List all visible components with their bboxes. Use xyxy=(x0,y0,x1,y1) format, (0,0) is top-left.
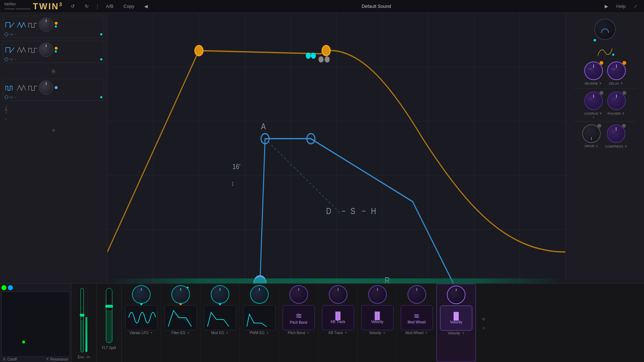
velocity-knob[interactable] xyxy=(368,285,387,304)
add-oscillator-button[interactable]: + xyxy=(3,126,104,135)
collapse-button[interactable]: « xyxy=(479,324,489,331)
adsr-label-sep2: − xyxy=(362,206,366,216)
env-sustain-dot-2[interactable] xyxy=(311,53,316,59)
env-sustain-dot-4[interactable] xyxy=(325,56,330,63)
env-point-2[interactable] xyxy=(322,46,330,56)
filter-eg-knob[interactable] xyxy=(171,285,190,304)
prev-preset-button[interactable]: ◀ xyxy=(142,3,150,10)
xy-cursor[interactable] xyxy=(22,341,25,343)
routing-wave-dot xyxy=(612,54,614,56)
xy-dot-y[interactable] xyxy=(8,285,13,290)
oscillator-3: 32' ↕ xyxy=(3,79,104,101)
osc1-wave-tri[interactable] xyxy=(16,21,26,29)
delay-dropdown[interactable]: ▼ xyxy=(620,81,624,85)
pwm-eg-display[interactable] xyxy=(243,305,275,330)
osc3-wave-pulse[interactable] xyxy=(5,84,15,91)
mod-wheel-dropdown[interactable]: ▼ xyxy=(425,331,428,334)
pitch-bend-label: Pitch Bend xyxy=(288,331,305,335)
phaser-power[interactable] xyxy=(622,91,626,95)
xy-pad[interactable]: X: Cutoff Y: Resonance xyxy=(0,284,72,362)
kb-track-knob[interactable] xyxy=(329,285,347,304)
velocity-2-knob-wrap xyxy=(447,286,465,304)
osc2-wave-saw[interactable] xyxy=(5,46,15,54)
xy-dot-x[interactable] xyxy=(1,285,6,290)
osc3-power[interactable] xyxy=(5,95,8,99)
phaser-dropdown[interactable]: ▼ xyxy=(621,111,625,115)
osc1-pitch-knob[interactable] xyxy=(39,18,53,32)
drive-power[interactable] xyxy=(597,124,601,128)
reverb-power[interactable] xyxy=(599,61,604,65)
kb-track-dropdown[interactable]: ▼ xyxy=(345,331,347,334)
filter-eg-display[interactable] xyxy=(165,305,197,330)
mod-eg-knob[interactable] xyxy=(211,285,229,304)
pwm-eg-knob[interactable] xyxy=(250,285,269,304)
drive-unit: DRIVE ⊞ xyxy=(582,124,601,148)
delay-power[interactable] xyxy=(622,61,626,65)
mod-wheel-display[interactable]: ≋ Mod Wheel xyxy=(401,305,433,330)
mod-eg-dropdown[interactable]: ▼ xyxy=(226,331,229,334)
filter-eg-dropdown[interactable]: ▼ xyxy=(187,331,190,334)
velocity-2-display[interactable]: ▐▌ Velocity xyxy=(440,306,472,331)
xy-canvas[interactable] xyxy=(1,292,70,357)
env-fader-track-1[interactable] xyxy=(80,288,84,352)
reverb-dropdown[interactable]: ▼ xyxy=(599,81,602,85)
osc1-wave-saw[interactable] xyxy=(5,21,15,29)
undo-button[interactable]: ↺ xyxy=(69,3,77,10)
routing-knob[interactable] xyxy=(594,19,616,40)
flt-handle[interactable] xyxy=(105,305,113,308)
add-mod-button[interactable]: + xyxy=(479,314,489,324)
routing-dot xyxy=(594,39,596,41)
velocity-2-dropdown[interactable]: ▼ xyxy=(462,332,464,335)
osc1-wave-sqr[interactable] xyxy=(28,21,38,29)
pitch-bend-dropdown[interactable]: ▼ xyxy=(307,331,309,334)
mod-eg-label-row: Mod EG ▼ xyxy=(211,331,229,335)
help-button[interactable]: Help xyxy=(616,4,626,9)
osc3-wave-tri[interactable] xyxy=(16,84,26,91)
mod-eg-knob-wrap xyxy=(211,285,229,304)
compress-power[interactable] xyxy=(622,124,626,128)
env-point-1[interactable] xyxy=(195,46,203,56)
pwm-eg-dropdown[interactable]: ▼ xyxy=(266,331,269,334)
osc2-power[interactable] xyxy=(5,58,8,61)
env-sustain-dot-1[interactable] xyxy=(306,53,311,59)
filter-eg-dot-orange xyxy=(180,303,182,305)
env-tune-sub: ↕ xyxy=(231,180,234,188)
fader-handle-1[interactable] xyxy=(80,314,84,317)
osc2-wave-sqr[interactable] xyxy=(28,46,38,54)
pitch-bend-display[interactable]: ≋ Pitch Bend xyxy=(283,305,315,330)
osc3-wave-sqr[interactable] xyxy=(28,84,38,91)
env-sustain-dot-3[interactable] xyxy=(318,56,323,63)
pitch-bend-knob[interactable] xyxy=(289,285,308,304)
vibrato-lfo-dropdown[interactable]: ▼ xyxy=(150,331,153,334)
velocity-2-knob[interactable] xyxy=(447,286,465,304)
next-preset-button[interactable]: ▶ xyxy=(602,3,610,10)
fx-divider-2 xyxy=(574,121,636,122)
chorus-power[interactable] xyxy=(599,91,604,95)
osc2-wave-tri[interactable] xyxy=(16,46,26,54)
copy-button[interactable]: Copy xyxy=(121,3,136,10)
note-icon-2[interactable]: ♪ xyxy=(4,116,103,122)
velocity-dropdown[interactable]: ▼ xyxy=(383,331,386,334)
redo-button[interactable]: ↻ xyxy=(83,3,91,10)
chorus-dropdown[interactable]: ▼ xyxy=(599,111,602,115)
mod-eg-display[interactable] xyxy=(204,305,236,330)
osc2-pitch-knob[interactable] xyxy=(39,43,53,57)
vibrato-lfo-display[interactable] xyxy=(125,305,157,330)
flt-fader-track[interactable] xyxy=(106,288,112,343)
mod-eg-label: Mod EG xyxy=(211,331,224,335)
osc1-power[interactable] xyxy=(5,33,8,36)
chorus-knob-wrap: ··· xyxy=(584,91,603,110)
kb-track-display[interactable]: ▐▌ KB Track xyxy=(322,305,354,330)
velocity-display[interactable]: ▐▌ Velocity xyxy=(361,305,394,330)
resize-button[interactable]: ⤢ xyxy=(631,3,640,10)
pitch-bend-knob-wrap xyxy=(289,285,308,304)
compress-dropdown[interactable]: ▼ xyxy=(624,144,628,148)
phaser-knob-wrap: ··· xyxy=(607,91,626,110)
ab-button[interactable]: A/B xyxy=(104,3,116,10)
vibrato-lfo-knob[interactable] xyxy=(132,285,151,304)
note-icon-1[interactable]: 𝄞 xyxy=(4,106,103,113)
pwm-eg-knob-wrap xyxy=(250,285,269,304)
mod-wheel-knob[interactable] xyxy=(408,285,426,304)
osc3-pitch-knob[interactable] xyxy=(39,80,53,95)
modulation-panel: X: Cutoff Y: Resonance Env −/+ xyxy=(0,283,644,362)
